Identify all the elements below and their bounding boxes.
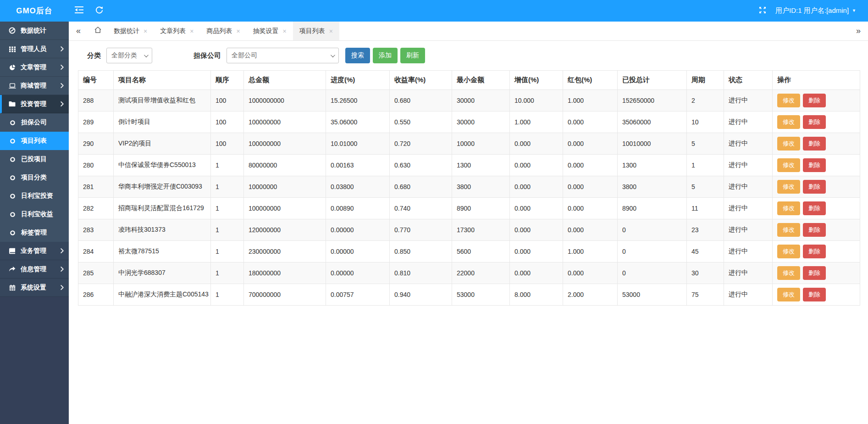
edit-button[interactable]: 修改 xyxy=(777,115,800,129)
sidebar-item-label: 商城管理 xyxy=(21,82,46,90)
delete-button[interactable]: 删除 xyxy=(803,115,826,129)
delete-button[interactable]: 删除 xyxy=(803,288,826,301)
sidebar-item-invested-projects[interactable]: 已投项目 xyxy=(0,150,69,168)
delete-button[interactable]: 删除 xyxy=(803,137,826,151)
search-button[interactable]: 搜索 xyxy=(345,48,370,63)
chevron-right-icon xyxy=(61,46,64,51)
tabs-scroll-right-button[interactable]: » xyxy=(849,22,868,40)
table-cell: 17300 xyxy=(452,219,510,241)
edit-button[interactable]: 修改 xyxy=(777,288,800,301)
tab-product-list[interactable]: 商品列表× xyxy=(200,22,246,40)
tab-close-icon[interactable]: × xyxy=(190,28,194,34)
header-right: 用户ID:1 用户名:[admin] ▼ xyxy=(759,0,868,22)
sidebar-item-project-category[interactable]: 项目分类 xyxy=(0,168,69,187)
sidebar-item-invest-mgmt[interactable]: 投资管理 xyxy=(0,95,69,113)
edit-button[interactable]: 修改 xyxy=(777,180,800,194)
sidebar-item-mall-mgmt[interactable]: 商城管理 xyxy=(0,77,69,95)
edit-button[interactable]: 修改 xyxy=(777,223,800,237)
delete-button[interactable]: 删除 xyxy=(803,201,826,215)
chevron-right-icon xyxy=(61,248,64,253)
delete-button[interactable]: 删除 xyxy=(803,266,826,280)
user-label: 用户ID:1 用户名:[admin] xyxy=(775,6,849,15)
sidebar-item-project-list[interactable]: 项目列表 xyxy=(0,132,69,150)
sidebar-item-article-mgmt[interactable]: 文章管理 xyxy=(0,58,69,77)
fullscreen-button[interactable] xyxy=(759,6,766,16)
actions-cell: 修改删除 xyxy=(773,90,860,112)
table-cell: 1000000000 xyxy=(244,90,326,112)
table-cell: 1.000 xyxy=(510,112,563,133)
table-cell: 进行中 xyxy=(724,176,773,198)
table-cell: 8900 xyxy=(618,198,687,219)
sidebar-submenu: 担保公司项目列表已投项目项目分类日利宝投资日利宝收益标签管理 xyxy=(0,113,69,242)
table-cell: 进行中 xyxy=(724,241,773,262)
tab-label: 数据统计 xyxy=(114,27,139,35)
delete-button[interactable]: 删除 xyxy=(803,180,826,194)
table-row: 290VIP2的项目10010000000010.010000.72010000… xyxy=(78,133,860,155)
table-cell: 10 xyxy=(687,112,724,133)
delete-button[interactable]: 删除 xyxy=(803,223,826,237)
table-cell: 测试项目带增值收益和红包 xyxy=(114,90,211,112)
edit-button[interactable]: 修改 xyxy=(777,94,800,107)
column-header: 顺序 xyxy=(211,71,244,90)
sidebar-item-rilibao-income[interactable]: 日利宝收益 xyxy=(0,205,69,223)
table-cell: 进行中 xyxy=(724,262,773,284)
sidebar-item-info-mgmt[interactable]: 信息管理 xyxy=(0,260,69,279)
tab-close-icon[interactable]: × xyxy=(329,28,333,34)
sidebar-item-guarantee-company[interactable]: 担保公司 xyxy=(0,113,69,132)
delete-button[interactable]: 删除 xyxy=(803,245,826,258)
table-row: 282招商瑞利灵活配置混合16172911000000000.008900.74… xyxy=(78,198,860,219)
edit-button[interactable]: 修改 xyxy=(777,266,800,280)
tabs-scroll-left-button[interactable]: « xyxy=(69,22,88,40)
table-cell: 53000 xyxy=(618,284,687,306)
table-cell: 10000000 xyxy=(244,176,326,198)
table-cell: 35060000 xyxy=(618,112,687,133)
edit-button[interactable]: 修改 xyxy=(777,158,800,172)
user-dropdown[interactable]: 用户ID:1 用户名:[admin] ▼ xyxy=(775,6,856,15)
refresh-button[interactable]: 刷新 xyxy=(400,48,425,63)
table-cell: 53000 xyxy=(452,284,510,306)
column-header: 已投总计 xyxy=(618,71,687,90)
sidebar-item-business-mgmt[interactable]: 业务管理 xyxy=(0,242,69,260)
delete-button[interactable]: 删除 xyxy=(803,158,826,172)
refresh-page-button[interactable] xyxy=(89,0,109,22)
edit-button[interactable]: 修改 xyxy=(777,201,800,215)
sidebar-item-rilibao-invest[interactable]: 日利宝投资 xyxy=(0,187,69,205)
tab-lottery-settings[interactable]: 抽奖设置× xyxy=(247,22,293,40)
table-cell: 0.770 xyxy=(390,219,452,241)
sidebar-item-tag-mgmt[interactable]: 标签管理 xyxy=(0,223,69,242)
tab-close-icon[interactable]: × xyxy=(144,28,147,34)
table-cell: 22000 xyxy=(452,262,510,284)
delete-button[interactable]: 删除 xyxy=(803,94,826,107)
chevron-right-icon xyxy=(61,101,64,106)
table-cell: 100000000 xyxy=(244,198,326,219)
home-tab-button[interactable] xyxy=(88,22,107,40)
sidebar-item-system-settings[interactable]: 系统设置 xyxy=(0,279,69,297)
edit-button[interactable]: 修改 xyxy=(777,245,800,258)
folder-icon xyxy=(8,100,16,108)
table-cell: 0.000 xyxy=(510,133,563,155)
table-cell: 5 xyxy=(687,133,724,155)
main-area: « 数据统计×文章列表×商品列表×抽奖设置×项目列表× » 分类 全部分类 担保… xyxy=(69,22,868,424)
grid-icon xyxy=(8,45,16,53)
caret-down-icon: ▼ xyxy=(852,9,856,13)
category-select[interactable]: 全部分类 xyxy=(106,48,152,63)
tab-close-icon[interactable]: × xyxy=(283,28,287,34)
company-select[interactable]: 全部公司 xyxy=(227,48,339,63)
dashboard-icon xyxy=(8,27,16,34)
tab-article-list[interactable]: 文章列表× xyxy=(154,22,200,40)
tab-data-stats[interactable]: 数据统计× xyxy=(107,22,154,40)
table-cell: 10010000 xyxy=(618,133,687,155)
sidebar-item-data-stats[interactable]: 数据统计 xyxy=(0,22,69,40)
table-cell: 1300 xyxy=(452,155,510,176)
tab-project-list[interactable]: 项目列表× xyxy=(293,22,339,40)
menu-collapse-button[interactable] xyxy=(69,0,89,22)
add-button[interactable]: 添加 xyxy=(373,48,398,63)
table-cell: 0.000 xyxy=(510,241,563,262)
sidebar-item-admin-users[interactable]: 管理人员 xyxy=(0,40,69,58)
tab-close-icon[interactable]: × xyxy=(236,28,240,34)
book-icon xyxy=(8,247,16,255)
table-cell: 进行中 xyxy=(724,112,773,133)
edit-button[interactable]: 修改 xyxy=(777,137,800,151)
table-cell: 1.000 xyxy=(563,241,618,262)
table-row: 286中融沪港深大消费主题C00514317000000000.007570.9… xyxy=(78,284,860,306)
